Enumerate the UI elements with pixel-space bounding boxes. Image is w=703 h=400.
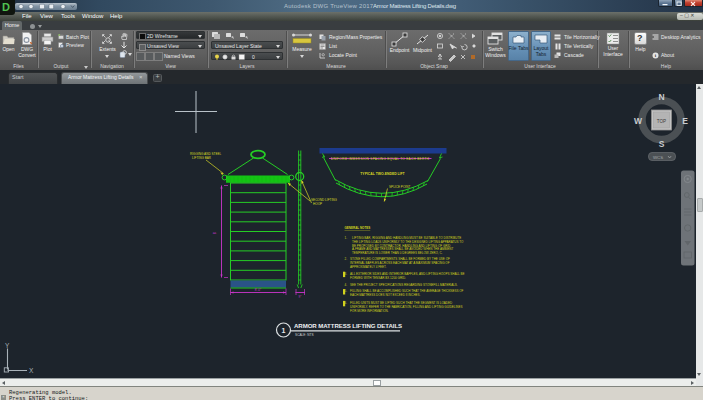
svg-text:W: W [634,116,643,126]
svg-text:FORMED WITH TENSAR BX 1200 GRI: FORMED WITH TENSAR BX 1200 GRID. [350,276,406,280]
svg-text:8'-0": 8'-0" [255,288,261,292]
svg-text:1: 1 [282,327,286,334]
svg-text:E: E [682,116,688,126]
svg-text:2.: 2. [345,257,348,261]
svg-text:8': 8' [213,231,217,234]
svg-text:HOOP: HOOP [313,202,322,206]
svg-text:N: N [658,92,664,102]
svg-text:EACH MATTRESS DOES NOT EXCEED: EACH MATTRESS DOES NOT EXCEED 8 INCHES. [350,293,421,297]
svg-text:UNIFORM IMMERSION SPACING EQUA: UNIFORM IMMERSION SPACING EQUAL TO EACH … [331,157,429,161]
svg-text:FOR MORE INFORMATION.: FOR MORE INFORMATION. [350,309,389,313]
svg-text:TYPICAL TWO-ENDED LIFT: TYPICAL TWO-ENDED LIFT [360,172,405,176]
svg-text:Y: Y [5,342,10,349]
svg-text:ARMOR MATTRESS LIFTING DETAILS: ARMOR MATTRESS LIFTING DETAILS [294,322,402,329]
svg-text:SEE THE PROJECT SPECIFICATIONS: SEE THE PROJECT SPECIFICATIONS REGARDING… [350,283,458,287]
svg-text:4.: 4. [345,283,348,287]
svg-text:X: X [29,367,34,374]
svg-text:APPROXIMATELY 4 FEET.: APPROXIMATELY 4 FEET. [350,265,387,269]
svg-text:GENERAL NOTES: GENERAL NOTES [345,226,371,230]
svg-text:S: S [659,139,665,149]
svg-text:SCALE: NTS: SCALE: NTS [295,333,314,337]
svg-text:TOP: TOP [657,119,666,124]
svg-text:1.: 1. [345,236,348,240]
svg-text:LIFTING BAR: LIFTING BAR [192,156,212,160]
svg-text:9": 9" [299,295,302,299]
svg-text:SPLICE POINT: SPLICE POINT [389,185,410,189]
svg-text:WCS: WCS [653,155,663,160]
svg-text:TEMPERATURE IS LOWER THAN 0 DE: TEMPERATURE IS LOWER THAN 0 DEGREES BELO… [352,251,443,255]
